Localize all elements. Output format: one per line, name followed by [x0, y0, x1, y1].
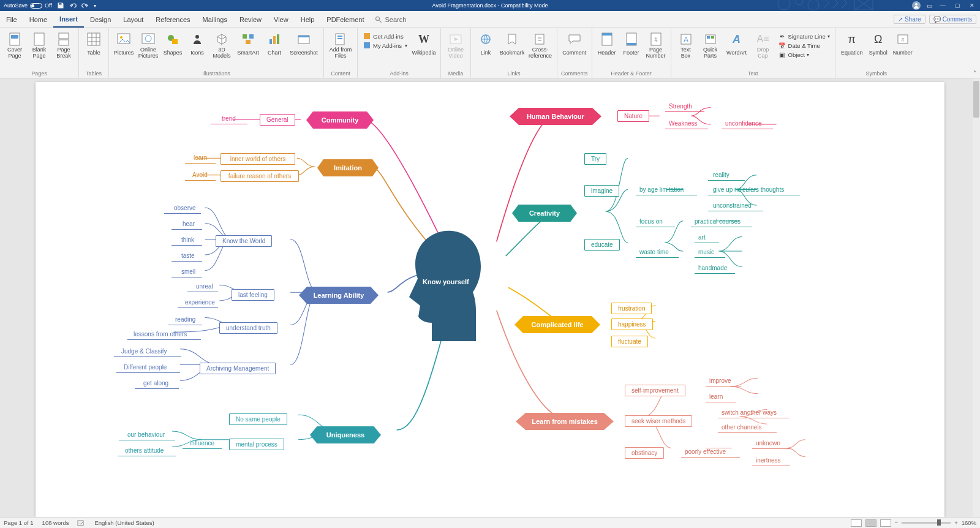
group-label-media: Media [448, 69, 464, 77]
svg-rect-29 [337, 36, 342, 37]
node-inner: inner world of others [221, 153, 295, 165]
tab-file[interactable]: File [0, 11, 23, 28]
qat-more-icon[interactable]: ▾ [94, 3, 96, 9]
search-icon [375, 16, 382, 23]
zoom-level[interactable]: 160% [962, 519, 976, 526]
svg-point-5 [915, 3, 918, 6]
tab-pdfelement[interactable]: PDFelement [320, 11, 370, 28]
svg-rect-9 [34, 33, 44, 45]
node-weakness: Weakness [669, 120, 698, 127]
number-button[interactable]: #Number [892, 31, 914, 61]
get-addins-button[interactable]: Get Add-ins [363, 32, 407, 40]
status-language[interactable]: English (United States) [94, 519, 154, 526]
tab-references[interactable]: References [149, 11, 196, 28]
zoom-slider[interactable] [902, 522, 951, 524]
page-break-button[interactable]: PageBreak [53, 31, 75, 61]
group-label-text: Text [748, 69, 758, 77]
icons-button[interactable]: Icons [186, 31, 208, 61]
cross-reference-button[interactable]: Cross-reference [527, 31, 553, 61]
save-icon[interactable] [57, 2, 64, 9]
link-button[interactable]: Link [475, 31, 497, 61]
drop-cap-button[interactable]: A≡DropCap [752, 31, 774, 61]
status-spellcheck-icon[interactable] [77, 519, 86, 527]
date-time-button[interactable]: 📅Date & Time [778, 41, 830, 50]
node-lessons: lessons from others [134, 331, 187, 338]
tab-view[interactable]: View [268, 11, 295, 28]
tab-help[interactable]: Help [295, 11, 321, 28]
add-from-files-button[interactable]: Add fromFiles [328, 31, 353, 61]
group-label-hf: Header & Footer [611, 69, 652, 77]
search-box[interactable]: Search [375, 16, 406, 23]
group-comments: Comment Comments [557, 28, 592, 78]
tab-review[interactable]: Review [233, 11, 268, 28]
node-seek: seek wiser methods [625, 415, 692, 427]
blank-page-button[interactable]: BlankPage [28, 31, 50, 61]
svg-rect-27 [298, 36, 309, 37]
table-button[interactable]: Table [83, 31, 105, 61]
group-addins: Get Add-ins My Add-ins▾ WWikipedia Add-i… [358, 28, 441, 78]
online-video-button[interactable]: OnlineVideo [445, 31, 467, 61]
status-page[interactable]: Page 1 of 1 [4, 519, 34, 526]
header-button[interactable]: Header [596, 31, 618, 61]
tab-mailings[interactable]: Mailings [197, 11, 233, 28]
vertical-scrollbar[interactable] [973, 78, 980, 517]
view-print-layout[interactable] [865, 519, 876, 527]
wikipedia-button[interactable]: WWikipedia [411, 31, 437, 61]
tab-insert[interactable]: Insert [53, 11, 84, 28]
node-art: art [698, 234, 706, 241]
bookmark-button[interactable]: Bookmark [499, 31, 525, 61]
object-button[interactable]: ▣Object▾ [778, 50, 830, 59]
symbol-button[interactable]: ΩSymbol [867, 31, 889, 61]
window-close-button[interactable]: ✕ [968, 2, 976, 9]
autosave-toggle[interactable]: AutoSave Off [4, 2, 52, 9]
window-minimize-button[interactable]: — [938, 2, 947, 9]
group-illustrations: Pictures OnlinePictures Shapes Icons 3DM… [109, 28, 324, 78]
node-reality: reality [713, 172, 729, 178]
3d-models-button[interactable]: 3DModels [211, 31, 233, 61]
tab-home[interactable]: Home [23, 11, 53, 28]
pictures-button[interactable]: Pictures [113, 31, 135, 61]
svg-rect-24 [273, 36, 276, 44]
node-byage: by age limitation [639, 186, 684, 193]
tab-design[interactable]: Design [84, 11, 117, 28]
text-box-button[interactable]: ATextBox [675, 31, 697, 61]
node-experience: experience [185, 299, 215, 306]
node-taste: taste [181, 252, 195, 259]
autosave-state: Off [45, 2, 52, 9]
my-addins-button[interactable]: My Add-ins▾ [363, 41, 407, 50]
quick-parts-button[interactable]: QuickParts [699, 31, 722, 61]
cover-page-button[interactable]: CoverPage [4, 31, 26, 61]
smartart-button[interactable]: SmartArt [235, 31, 261, 61]
footer-button[interactable]: Footer [620, 31, 643, 61]
zoom-out-button[interactable]: − [895, 519, 899, 526]
window-maximize-button[interactable]: ▢ [953, 2, 962, 9]
comments-button[interactable]: 💬Comments [929, 15, 976, 24]
scrollbar-thumb[interactable] [973, 81, 979, 118]
zoom-in-button[interactable]: + [954, 519, 958, 526]
view-read-mode[interactable] [851, 519, 862, 527]
view-web-layout[interactable] [880, 519, 891, 527]
svg-point-14 [120, 36, 123, 39]
comment-button[interactable]: Comment [562, 31, 587, 61]
equation-button[interactable]: πEquation [839, 31, 865, 61]
chart-button[interactable]: Chart [263, 31, 285, 61]
online-pictures-button[interactable]: OnlinePictures [137, 31, 159, 61]
svg-rect-31 [364, 33, 370, 39]
undo-icon[interactable] [69, 2, 77, 9]
page-number-button[interactable]: #PageNumber [645, 31, 667, 61]
screenshot-button[interactable]: Screenshot [288, 31, 320, 61]
collapse-ribbon-icon[interactable]: ˄ [973, 70, 976, 77]
shapes-button[interactable]: Shapes [162, 31, 184, 61]
svg-rect-8 [11, 35, 18, 39]
document-area: Know yourself Community General trend Im… [0, 78, 980, 517]
status-words[interactable]: 108 words [42, 519, 69, 526]
wordart-button[interactable]: AWordArt [724, 31, 750, 61]
tab-layout[interactable]: Layout [117, 11, 149, 28]
user-avatar-icon[interactable] [912, 1, 921, 10]
signature-line-button[interactable]: ✒Signature Line▾ [778, 32, 830, 40]
node-imagine: imagine [584, 185, 619, 197]
redo-icon[interactable] [81, 2, 89, 9]
share-button[interactable]: ↗Share [894, 15, 925, 24]
svg-rect-22 [246, 40, 251, 44]
ribbon-display-icon[interactable]: ▭ [927, 2, 932, 9]
